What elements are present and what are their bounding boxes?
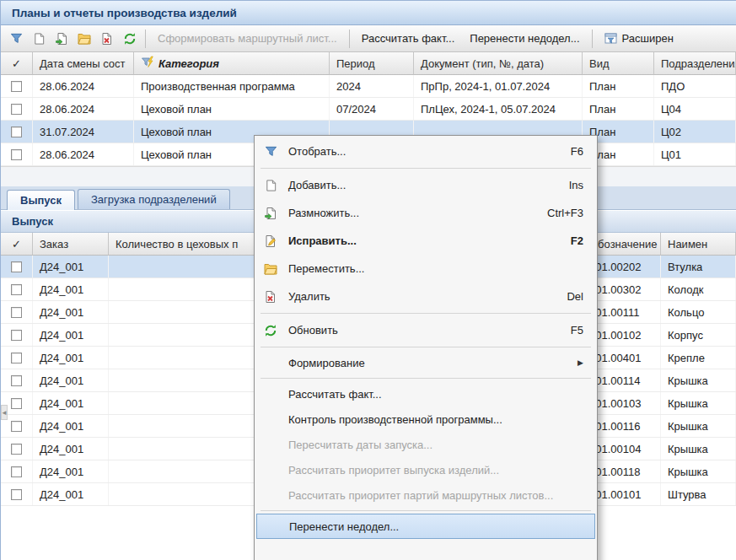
menu-item-label: Пересчитать даты запуска... (285, 439, 432, 451)
row-checkbox[interactable] (11, 444, 22, 455)
column-header-order[interactable]: Заказ (33, 233, 109, 256)
row-checkbox[interactable] (11, 353, 22, 363)
tab-zagruzka-podrazdeleniy[interactable]: Загрузка подразделений (78, 189, 230, 209)
context-menu-item[interactable]: Рассчитать факт... (256, 381, 595, 407)
context-menu-item[interactable]: Исправить...F2 (256, 227, 595, 255)
table-cell: Крышка (661, 438, 736, 460)
menu-item-label: Рассчитать приоритет партий маршрутных л… (285, 489, 553, 502)
column-header-category[interactable]: Категория (134, 52, 330, 75)
row-checkbox[interactable] (11, 81, 22, 92)
tab-vypusk[interactable]: Выпуск (7, 190, 75, 210)
open-folder-icon[interactable] (73, 29, 95, 49)
menu-item-shortcut: F2 (571, 234, 583, 247)
toolbar-separator (145, 30, 146, 48)
menu-item-label: Переместить... (285, 262, 364, 275)
context-menu-item[interactable]: Добавить...Ins (256, 171, 595, 199)
collapse-panel-arrow[interactable]: ◄ (1, 405, 8, 420)
menu-item-shortcut: Del (567, 290, 583, 303)
context-menu-item[interactable]: Размножить...Ctrl+F3 (256, 199, 595, 227)
table-cell: Д24_001 (33, 415, 109, 437)
copy-document-icon[interactable] (51, 29, 73, 49)
table-cell: Колодк (661, 278, 736, 300)
toolbar-separator (349, 30, 350, 48)
column-header-division[interactable]: Подразделения (654, 52, 736, 75)
menu-item-label: Рассчитать приоритет выпуска изделий... (285, 464, 499, 477)
row-select-cell (1, 121, 33, 143)
filter-icon[interactable] (5, 29, 27, 49)
toolbar-button-3[interactable]: Расширен (597, 29, 681, 49)
toolbar-button-0: Сформировать маршрутный лист... (150, 29, 345, 49)
context-menu: Отобрать...F6Добавить...InsРазмножить...… (254, 135, 598, 560)
plans-table-row[interactable]: 28.06.2024Цеховой план07/2024ПлЦех, 2024… (1, 98, 736, 121)
toolbar-button-label: Расширен (622, 32, 674, 45)
context-menu-item: Рассчитать приоритет партий маршрутных л… (256, 482, 595, 508)
context-menu-item[interactable]: Формирование▶ (256, 350, 595, 375)
row-select-cell (1, 483, 33, 505)
row-checkbox[interactable] (11, 421, 22, 432)
table-cell: Втулка (661, 256, 736, 277)
delete-document-icon (256, 290, 285, 304)
row-checkbox[interactable] (11, 375, 22, 386)
row-select-cell (1, 75, 33, 97)
table-cell: Д24_001 (33, 392, 109, 414)
refresh-icon[interactable] (119, 29, 141, 49)
plans-table-row[interactable]: 28.06.2024Производственная программа2024… (1, 75, 736, 98)
table-cell: Крышка (661, 415, 736, 437)
new-document-icon[interactable] (28, 29, 50, 49)
context-menu-item[interactable]: Отобрать...F6 (256, 137, 595, 165)
row-checkbox[interactable] (11, 127, 22, 137)
category-filter-icon (141, 56, 154, 72)
menu-item-label: Формирование (285, 357, 365, 369)
table-cell: Цеховой план (134, 98, 330, 120)
menu-separator (261, 168, 591, 169)
table-cell: Д24_001 (33, 460, 109, 482)
row-checkbox[interactable] (11, 284, 22, 295)
toolbar: Сформировать маршрутный лист...Рассчитат… (1, 25, 736, 52)
menu-item-label: Обновить (285, 324, 338, 337)
column-header-name[interactable]: Наимен (661, 233, 736, 256)
row-checkbox[interactable] (11, 466, 22, 477)
toolbar-button-2[interactable]: Перенести недодел... (462, 29, 587, 49)
table-cell: 07/2024 (330, 98, 414, 120)
context-menu-item[interactable]: УдалитьDel (256, 283, 595, 310)
window-titlebar: Планы и отчеты производства изделий (1, 0, 736, 25)
table-cell: Д24_001 (33, 483, 109, 505)
context-menu-item[interactable]: Перенести недодел... (256, 514, 595, 539)
context-menu-item[interactable]: Контроль производственной программы... (256, 407, 595, 432)
menu-separator (261, 510, 591, 511)
table-cell: Корпус (661, 324, 736, 346)
table-cell: Кольцо (661, 301, 736, 323)
copy-document-icon (256, 207, 285, 220)
column-header-document[interactable]: Документ (тип, №, дата) (414, 52, 583, 75)
row-checkbox[interactable] (11, 307, 22, 318)
toolbar-button-label: Сформировать маршрутный лист... (158, 32, 337, 45)
menu-item-label: Исправить... (285, 234, 357, 247)
row-checkbox[interactable] (11, 261, 22, 272)
column-header-date[interactable]: Дата смены сост (33, 52, 134, 75)
table-cell: Д24_001 (33, 301, 109, 323)
select-all-header[interactable]: ✓ (1, 233, 33, 256)
menu-item-label: Контроль производственной программы... (285, 413, 502, 426)
row-select-cell (1, 324, 33, 346)
table-cell: 2024 (330, 75, 414, 97)
row-checkbox[interactable] (11, 398, 22, 409)
table-cell: Крышка (661, 369, 736, 391)
toolbar-button-label: Рассчитать факт... (362, 32, 455, 45)
row-checkbox[interactable] (11, 489, 22, 500)
row-checkbox[interactable] (11, 149, 22, 160)
context-menu-item[interactable]: ОбновитьF5 (256, 316, 595, 344)
select-all-header[interactable]: ✓ (1, 52, 33, 75)
table-cell: Крепле (661, 347, 736, 369)
toolbar-button-1[interactable]: Рассчитать факт... (354, 29, 463, 49)
row-checkbox[interactable] (11, 330, 22, 341)
plans-table-header: ✓ Дата смены сост Категория Период Докум… (1, 52, 736, 75)
toolbar-separator (592, 30, 593, 48)
context-menu-item[interactable]: Переместить... (256, 255, 595, 283)
column-header-kind[interactable]: Вид (583, 52, 654, 75)
column-header-period[interactable]: Период (330, 52, 414, 75)
menu-item-label: Перенести недодел... (286, 520, 399, 533)
row-checkbox[interactable] (11, 104, 22, 115)
section-title: Выпуск (12, 215, 53, 228)
delete-document-icon[interactable] (96, 29, 118, 49)
table-cell: Д24_001 (33, 347, 109, 369)
